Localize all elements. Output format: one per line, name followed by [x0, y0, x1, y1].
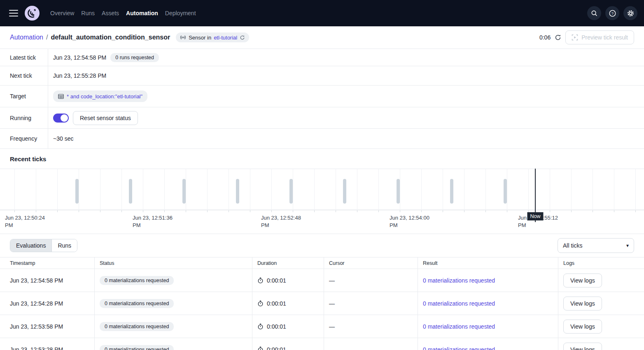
recent-ticks-heading: Recent ticks	[0, 149, 644, 169]
axis-label: Jun 23, 12:50:24 PM	[5, 214, 50, 229]
tick-bar[interactable]	[129, 179, 132, 204]
axis-tick	[143, 210, 143, 212]
settings-button[interactable]	[623, 6, 637, 20]
detail-label: Running	[0, 107, 48, 128]
tick-bar[interactable]	[75, 179, 79, 204]
latest-tick-time: Jun 23, 12:54:58 PM	[53, 54, 106, 61]
tick-timestamp: Jun 23, 12:54:58 PM	[10, 277, 63, 284]
stopwatch-icon	[257, 277, 264, 284]
column-header-result: Result	[418, 257, 558, 269]
tick-status-badge: 0 materializations requested	[100, 276, 174, 285]
axis-tick	[57, 210, 58, 212]
nav-item-assets[interactable]: Assets	[102, 10, 119, 16]
detail-row-frequency: Frequency ~30 sec	[0, 129, 644, 149]
toggle-knob	[61, 114, 68, 122]
breadcrumb-automation-link[interactable]: Automation	[10, 34, 43, 41]
tick-duration: 0:00:01	[267, 277, 286, 284]
tick-result-link[interactable]: 0 materializations requested	[423, 323, 495, 330]
search-button[interactable]	[587, 6, 601, 20]
refresh-icon	[555, 34, 561, 41]
running-toggle[interactable]	[53, 114, 69, 123]
tick-duration: 0:00:01	[267, 300, 286, 307]
axis-tick	[421, 210, 422, 212]
refresh-button[interactable]	[555, 34, 561, 41]
column-header-cursor: Cursor	[324, 257, 418, 269]
dagster-logo-icon[interactable]	[25, 6, 40, 21]
gridline	[143, 169, 143, 211]
gridline	[293, 169, 293, 211]
tick-status-badge: 0 materializations requested	[100, 345, 174, 350]
tick-bar[interactable]	[450, 179, 453, 204]
axis-tick	[336, 210, 336, 212]
tick-bar[interactable]	[397, 179, 400, 204]
gridline	[57, 169, 58, 211]
tick-cursor: —	[329, 277, 335, 284]
axis-tick	[571, 210, 572, 212]
tick-result-link[interactable]: 0 materializations requested	[423, 346, 495, 350]
tick-result-link[interactable]: 0 materializations requested	[423, 277, 495, 284]
reset-sensor-status-button[interactable]: Reset sensor status	[73, 111, 138, 125]
help-button[interactable]: ?	[605, 6, 619, 20]
detail-label: Next tick	[0, 66, 48, 85]
tick-bar[interactable]	[343, 179, 346, 204]
view-logs-button[interactable]: View logs	[563, 320, 602, 334]
tick-status-badge: 0 materializations requested	[100, 322, 174, 331]
target-selection-chip[interactable]: * and code_location:"etl-tutorial"	[53, 90, 147, 102]
tab-runs[interactable]: Runs	[51, 239, 77, 252]
gridline	[378, 169, 379, 211]
gridline	[421, 169, 422, 211]
gridline	[207, 169, 208, 211]
preview-button-label: Preview tick result	[581, 34, 628, 41]
axis-tick	[100, 210, 100, 212]
sensor-badge-prefix: Sensor in	[189, 35, 211, 41]
tick-timeline-plot	[0, 169, 644, 210]
detail-row-running: Running Reset sensor status	[0, 107, 644, 129]
axis-tick	[485, 210, 486, 212]
reload-location-icon[interactable]	[240, 35, 245, 40]
tick-timeline: Jun 23, 12:50:24 PMJun 23, 12:51:36 PMJu…	[0, 169, 644, 234]
timeline-bottom-divider	[0, 234, 644, 234]
nav-item-deployment[interactable]: Deployment	[165, 10, 196, 16]
gridline	[635, 169, 636, 211]
axis-tick	[186, 210, 186, 212]
code-location-link[interactable]: etl-tutorial	[214, 35, 237, 41]
view-logs-button[interactable]: View logs	[563, 343, 602, 350]
axis-label: Jun 23, 12:54:00 PM	[390, 214, 435, 229]
preview-tick-result-button[interactable]: Preview tick result	[565, 30, 634, 44]
axis-tick	[507, 210, 507, 212]
nav-item-overview[interactable]: Overview	[50, 10, 74, 16]
nav-item-automation[interactable]: Automation	[126, 10, 158, 16]
axis-tick	[635, 210, 636, 212]
nav-item-runs[interactable]: Runs	[81, 10, 95, 16]
axis-tick	[378, 210, 379, 212]
gridline	[507, 169, 507, 211]
axis-label: Jun 23, 12:52:48 PM	[261, 214, 306, 229]
tick-status-filter-value: All ticks	[563, 242, 582, 249]
top-nav: Overview Runs Assets Automation Deployme…	[0, 0, 644, 26]
breadcrumb-separator: /	[46, 34, 48, 41]
tick-bar[interactable]	[289, 179, 293, 204]
axis-tick	[443, 210, 443, 212]
axis-tick	[164, 210, 165, 212]
hamburger-menu-icon[interactable]	[9, 10, 18, 16]
search-icon	[590, 9, 598, 17]
page-header: Automation / default_automation_conditio…	[0, 26, 644, 49]
tick-bar[interactable]	[236, 179, 239, 204]
tick-result-link[interactable]: 0 materializations requested	[423, 300, 495, 307]
tick-cursor: —	[329, 300, 335, 307]
help-icon: ?	[609, 9, 616, 17]
axis-tick	[271, 210, 272, 212]
view-logs-button[interactable]: View logs	[563, 297, 602, 311]
asset-table-icon	[58, 94, 64, 99]
tick-bar[interactable]	[504, 179, 507, 204]
tick-bar[interactable]	[182, 179, 186, 204]
table-row: Jun 23, 12:53:28 PM 0 materializations r…	[0, 338, 644, 350]
axis-tick	[14, 210, 15, 212]
tab-evaluations[interactable]: Evaluations	[10, 239, 51, 252]
sensor-icon	[180, 35, 186, 40]
tick-status-filter-select[interactable]: All ticks ▾	[558, 238, 634, 253]
tick-timestamp: Jun 23, 12:54:28 PM	[10, 300, 63, 307]
view-logs-button[interactable]: View logs	[563, 274, 602, 287]
gridline	[571, 169, 572, 211]
tick-cursor: —	[329, 346, 335, 350]
